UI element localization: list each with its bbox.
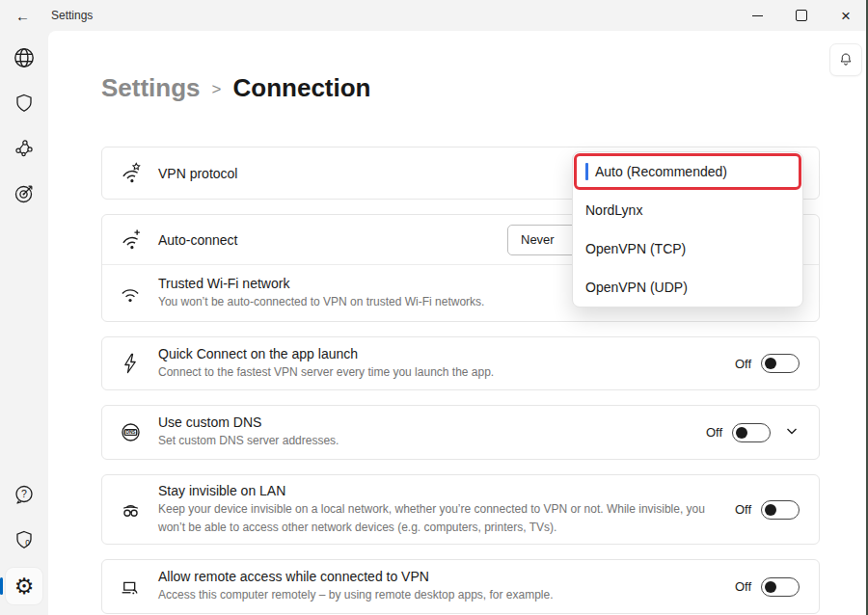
maximize-button[interactable] — [779, 0, 824, 31]
lightning-icon — [102, 352, 158, 375]
toggle-off-icon — [732, 423, 771, 442]
threat-badge: 0 — [25, 538, 30, 548]
sidebar-item-threat-protection[interactable] — [6, 86, 42, 120]
incognito-icon — [102, 497, 158, 521]
breadcrumb: Settings > Connection — [101, 71, 868, 105]
vpn-protocol-dropdown: Auto (Recommended) NordLynx OpenVPN (TCP… — [572, 151, 803, 308]
wifi-icon — [102, 281, 158, 306]
page-title: Connection — [233, 72, 371, 104]
toggle-state-label: Off — [706, 425, 722, 440]
breadcrumb-separator-icon: > — [212, 73, 222, 105]
active-indicator — [0, 577, 3, 595]
text-caret — [585, 163, 588, 180]
dns-globe-icon: DNS — [102, 420, 158, 444]
dedicated-ip-icon — [13, 182, 36, 205]
toggle-state-label: Off — [735, 579, 751, 594]
arrow-left-icon: ← — [15, 8, 30, 24]
quick-connect-toggle[interactable]: Off — [735, 354, 800, 373]
bell-icon — [837, 51, 854, 68]
svg-text:DNS: DNS — [125, 430, 135, 435]
dropdown-option-label: Auto (Recommended) — [595, 164, 727, 179]
titlebar: ← Settings × — [0, 0, 868, 31]
custom-dns-subtitle: Set custom DNS server addresses. — [158, 432, 689, 450]
toggle-off-icon — [761, 354, 800, 373]
sidebar: ? 0 ⚙ — [0, 31, 48, 615]
settings-page: Settings > Connection VP — [48, 31, 868, 615]
remote-access-title: Allow remote access while connected to V… — [158, 569, 718, 584]
breadcrumb-settings-link[interactable]: Settings — [101, 72, 201, 104]
laptop-signal-icon — [102, 575, 158, 599]
quick-connect-title: Quick Connect on the app launch — [158, 346, 718, 361]
chevron-down-icon — [784, 423, 800, 439]
dropdown-option-label: NordLynx — [585, 202, 642, 218]
wifi-plus-icon — [102, 227, 158, 253]
dropdown-option-label: OpenVPN (TCP) — [585, 241, 686, 256]
invisible-lan-subtitle: Keep your device invisible on a local ne… — [158, 500, 718, 536]
window-title: Settings — [51, 9, 93, 22]
threat-counter-icon: 0 — [13, 528, 36, 551]
row-invisible-lan: Stay invisible on LAN Keep your device i… — [102, 475, 819, 544]
globe-icon — [12, 45, 37, 70]
toggle-state-label: Off — [735, 357, 751, 371]
dropdown-option-label: OpenVPN (UDP) — [585, 280, 688, 295]
sidebar-item-vpn[interactable] — [6, 40, 42, 75]
dropdown-option-openvpn-tcp[interactable]: OpenVPN (TCP) — [573, 229, 802, 268]
invisible-lan-toggle[interactable]: Off — [735, 500, 800, 520]
back-button[interactable]: ← — [15, 9, 30, 23]
toggle-state-label: Off — [735, 502, 751, 517]
invisible-lan-title: Stay invisible on LAN — [158, 483, 718, 498]
dropdown-option-nordlynx[interactable]: NordLynx — [573, 191, 802, 229]
remote-access-subtitle: Access this computer remotely – by using… — [158, 586, 718, 604]
dropdown-option-auto[interactable]: Auto (Recommended) — [573, 152, 802, 191]
minimize-button[interactable] — [735, 0, 779, 31]
quick-connect-subtitle: Connect to the fastest VPN server every … — [158, 363, 718, 382]
card-remote-access: Allow remote access while connected to V… — [101, 559, 820, 614]
sidebar-item-dedicated-ip[interactable] — [6, 176, 42, 211]
sidebar-item-settings[interactable]: ⚙ — [6, 568, 42, 604]
wifi-star-icon — [102, 161, 158, 186]
sidebar-item-threat-counter[interactable]: 0 — [6, 522, 42, 557]
auto-connect-title: Auto-connect — [158, 232, 490, 248]
close-button[interactable]: × — [824, 0, 868, 31]
meshnet-icon — [14, 138, 35, 159]
remote-access-toggle[interactable]: Off — [735, 577, 800, 597]
shield-icon — [13, 92, 36, 115]
card-custom-dns: DNS Use custom DNS Set custom DNS server… — [101, 405, 820, 460]
maximize-icon — [796, 10, 807, 21]
custom-dns-toggle[interactable]: Off — [706, 423, 771, 442]
row-quick-connect: Quick Connect on the app launch Connect … — [102, 337, 819, 389]
custom-dns-title: Use custom DNS — [158, 414, 689, 430]
settings-gear-icon: ⚙ — [14, 575, 35, 598]
minimize-icon — [752, 15, 763, 16]
custom-dns-expand-button[interactable] — [784, 423, 800, 442]
window-controls: × — [735, 0, 868, 31]
row-remote-access: Allow remote access while connected to V… — [102, 560, 819, 613]
close-icon: × — [841, 8, 851, 24]
card-invisible-lan: Stay invisible on LAN Keep your device i… — [101, 474, 820, 545]
help-icon: ? — [13, 483, 36, 506]
notifications-button[interactable] — [829, 43, 862, 76]
toggle-off-icon — [761, 500, 800, 520]
sidebar-item-meshnet[interactable] — [6, 131, 42, 166]
toggle-off-icon — [761, 577, 800, 597]
svg-text:?: ? — [21, 488, 27, 499]
row-custom-dns: DNS Use custom DNS Set custom DNS server… — [102, 406, 819, 459]
dropdown-option-openvpn-udp[interactable]: OpenVPN (UDP) — [573, 268, 802, 307]
card-quick-connect: Quick Connect on the app launch Connect … — [101, 336, 820, 390]
sidebar-item-help[interactable]: ? — [6, 477, 42, 512]
